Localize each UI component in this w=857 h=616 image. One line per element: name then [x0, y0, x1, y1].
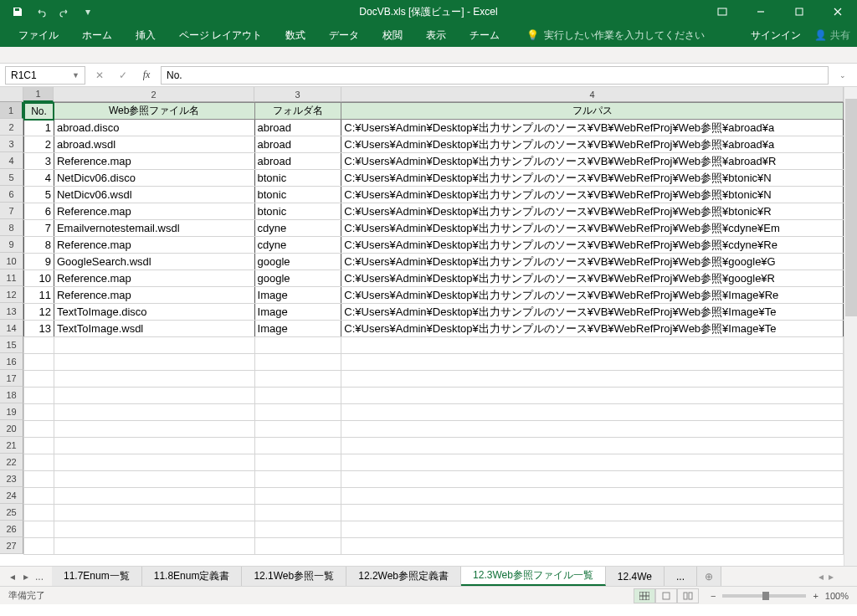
zoom-slider[interactable]: [722, 594, 806, 598]
cell[interactable]: Image: [254, 287, 341, 304]
cell[interactable]: Image: [254, 304, 341, 321]
sheet-tab[interactable]: 12.1Web参照一覧: [242, 567, 346, 586]
cell[interactable]: 2: [24, 136, 54, 153]
close-button[interactable]: [819, 0, 857, 23]
cell[interactable]: [24, 388, 54, 404]
column-header[interactable]: 3: [254, 87, 341, 102]
save-button[interactable]: [7, 2, 28, 22]
row-header[interactable]: 3: [0, 136, 23, 152]
cell[interactable]: btonic: [254, 170, 341, 187]
row-header[interactable]: 11: [0, 270, 23, 286]
cell[interactable]: [54, 337, 254, 354]
row-header[interactable]: 24: [0, 487, 23, 504]
cell[interactable]: C:¥Users¥Admin¥Desktop¥出力サンプルのソース¥VB¥Web…: [341, 321, 844, 337]
sheet-tab[interactable]: 11.7Enum一覧: [52, 567, 142, 586]
signin-button[interactable]: サインイン: [751, 28, 801, 43]
sheet-tab[interactable]: 11.8Enum定義書: [142, 567, 243, 586]
cell[interactable]: 13: [24, 321, 54, 337]
cell[interactable]: [24, 404, 54, 421]
ribbon-tab-2[interactable]: 挿入: [124, 23, 167, 47]
cell[interactable]: [341, 337, 844, 354]
ribbon-tab-5[interactable]: データ: [317, 23, 371, 47]
table-header-cell[interactable]: Web参照ファイル名: [54, 103, 254, 120]
column-header[interactable]: 2: [54, 87, 254, 102]
cell[interactable]: 4: [24, 170, 54, 187]
cell[interactable]: 8: [24, 237, 54, 254]
cell[interactable]: [24, 521, 54, 538]
cell[interactable]: abroad: [254, 136, 341, 153]
ribbon-tab-3[interactable]: ページ レイアウト: [167, 23, 274, 47]
cell[interactable]: [341, 471, 844, 488]
cell[interactable]: TextToImage.disco: [54, 304, 254, 321]
cell[interactable]: 10: [24, 270, 54, 287]
cell[interactable]: [254, 521, 341, 538]
row-header[interactable]: 20: [0, 420, 23, 437]
row-header[interactable]: 9: [0, 236, 23, 253]
horizontal-scroll-area[interactable]: ◂ ▸: [813, 567, 857, 586]
undo-button[interactable]: [30, 2, 52, 22]
row-header[interactable]: 8: [0, 219, 23, 236]
row-header[interactable]: 17: [0, 370, 23, 387]
ribbon-tab-8[interactable]: チーム: [458, 23, 511, 47]
cell[interactable]: [54, 354, 254, 371]
cell[interactable]: [254, 421, 341, 438]
cell[interactable]: 3: [24, 153, 54, 170]
cell[interactable]: btonic: [254, 187, 341, 203]
table-header-cell[interactable]: フルパス: [341, 103, 844, 120]
cell[interactable]: [24, 471, 54, 488]
row-header[interactable]: 26: [0, 521, 23, 537]
cell[interactable]: Emailvernotestemail.wsdl: [54, 220, 254, 237]
row-header[interactable]: 14: [0, 320, 23, 336]
cell[interactable]: google: [254, 270, 341, 287]
sheet-tab[interactable]: 12.4We: [606, 567, 665, 586]
row-header[interactable]: 12: [0, 286, 23, 303]
cells-area[interactable]: No.Web参照ファイル名フォルダ名フルパス1abroad.discoabroa…: [23, 102, 844, 566]
tab-overflow-left[interactable]: ...: [33, 571, 45, 583]
row-header[interactable]: 18: [0, 387, 23, 403]
spreadsheet-grid[interactable]: 1234 12345678910111213141516171819202122…: [0, 87, 857, 566]
row-header[interactable]: 25: [0, 504, 23, 521]
cell[interactable]: [254, 388, 341, 404]
row-header[interactable]: 16: [0, 353, 23, 370]
cell[interactable]: [254, 488, 341, 505]
page-break-view-button[interactable]: [677, 588, 699, 603]
table-header-cell[interactable]: フォルダ名: [254, 103, 341, 120]
row-header[interactable]: 27: [0, 537, 23, 554]
cell[interactable]: Reference.map: [54, 203, 254, 220]
share-button[interactable]: 👤 共有: [814, 28, 850, 43]
tab-nav-next-icon[interactable]: ▸: [20, 571, 32, 583]
add-sheet-button[interactable]: ⊕: [697, 567, 721, 586]
cell[interactable]: [254, 471, 341, 488]
row-header[interactable]: 5: [0, 169, 23, 186]
ribbon-tab-1[interactable]: ホーム: [70, 23, 124, 47]
column-header[interactable]: 1: [23, 87, 54, 102]
cell[interactable]: [54, 421, 254, 438]
cell[interactable]: [54, 505, 254, 521]
ribbon-display-button[interactable]: [703, 0, 742, 23]
cell[interactable]: cdyne: [254, 237, 341, 254]
cell[interactable]: [54, 371, 254, 388]
cell[interactable]: [341, 521, 844, 538]
select-all-corner[interactable]: [0, 87, 23, 102]
cell[interactable]: [254, 371, 341, 388]
cell[interactable]: [254, 354, 341, 371]
insert-function-button[interactable]: fx: [137, 66, 156, 85]
cell[interactable]: [24, 505, 54, 521]
tab-nav[interactable]: ◂ ▸ ...: [0, 571, 52, 583]
cell[interactable]: [341, 421, 844, 438]
expand-formula-bar[interactable]: ⌄: [834, 71, 852, 80]
sheet-tab[interactable]: 12.2Web参照定義書: [346, 567, 461, 586]
cell[interactable]: google: [254, 254, 341, 270]
column-header[interactable]: 4: [341, 87, 844, 102]
cell[interactable]: [254, 404, 341, 421]
cell[interactable]: C:¥Users¥Admin¥Desktop¥出力サンプルのソース¥VB¥Web…: [341, 270, 844, 287]
cell[interactable]: C:¥Users¥Admin¥Desktop¥出力サンプルのソース¥VB¥Web…: [341, 170, 844, 187]
cell[interactable]: Image: [254, 321, 341, 337]
scroll-thumb[interactable]: [845, 99, 857, 316]
row-header[interactable]: 7: [0, 203, 23, 219]
tab-overflow-right[interactable]: ...: [665, 567, 697, 586]
table-header-cell[interactable]: No.: [24, 103, 54, 120]
cell[interactable]: C:¥Users¥Admin¥Desktop¥出力サンプルのソース¥VB¥Web…: [341, 287, 844, 304]
row-header[interactable]: 13: [0, 303, 23, 320]
cell[interactable]: [24, 354, 54, 371]
